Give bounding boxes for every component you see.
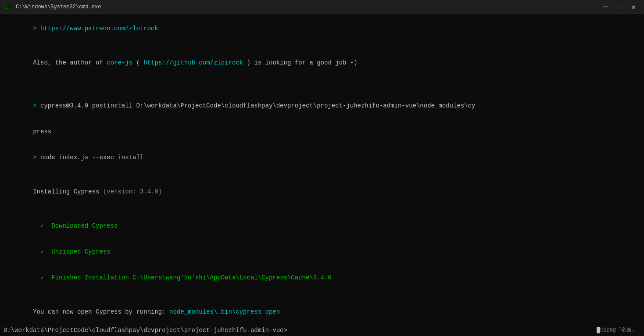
open-text: You can now open Cypress by running: — [33, 308, 169, 315]
line-empty-2 — [4, 76, 640, 85]
also-text: Also, — [33, 59, 55, 66]
terminal-body: > https://www.patreon.com/zloirock Also,… — [0, 14, 644, 324]
line-empty-5 — [4, 205, 640, 214]
line-author: Also, the author of core-js ( https://gi… — [4, 50, 640, 76]
is-looking-text: is looking for a good job -) — [254, 59, 357, 66]
line-open-cypress: You can now open Cypress by running: nod… — [4, 300, 640, 324]
core-js-text: core-js — [107, 59, 132, 66]
window-title: C:\Windows\System32\cmd.exe — [16, 4, 600, 10]
open-cmd: node_modules\.bin\cypress open — [169, 308, 280, 315]
patreon-url: > https://www.patreon.com/zloirock — [33, 25, 158, 32]
check3-text: ✓ Finished Installation C:\Users\wang'bo… — [33, 274, 332, 281]
press-text: press — [33, 128, 51, 135]
postinstall-text: cypress@3.4.0 postinstall D:\workdata\Pr… — [40, 102, 475, 109]
of-text: of — [96, 59, 107, 66]
line-empty-4 — [4, 171, 640, 179]
maximize-button[interactable]: ☐ — [614, 2, 625, 12]
cmd-window: C:\ C:\Windows\System32\cmd.exe — ☐ ✕ > … — [0, 0, 644, 336]
the-text: the — [55, 59, 70, 66]
cmd-icon: C:\ — [5, 4, 12, 11]
line-installing: Installing Cypress (version: 3.4.0) — [4, 179, 640, 205]
author-text: author — [70, 59, 96, 66]
check2-text: ✓ Unzipped Cypress — [33, 248, 110, 255]
github-url: https://github.com/zloirock — [143, 59, 243, 66]
check1-text: ✓ Downloaded Cypress — [33, 222, 118, 229]
line-press: press — [4, 119, 640, 145]
node-cmd-text: node index.js --exec install — [40, 154, 143, 161]
postinstall-prompt: > — [33, 102, 40, 109]
window-controls: — ☐ ✕ — [600, 2, 639, 12]
title-bar: C:\ C:\Windows\System32\cmd.exe — ☐ ✕ — [0, 0, 644, 14]
paren-close: ) — [243, 59, 254, 66]
line-postinstall: > cypress@3.4.0 postinstall D:\workdata\… — [4, 93, 640, 119]
line-patreon: > https://www.patreon.com/zloirock — [4, 16, 640, 42]
line-empty-1 — [4, 42, 640, 50]
line-empty-3 — [4, 85, 640, 93]
line-empty-6 — [4, 291, 640, 300]
terminal-content[interactable]: > https://www.patreon.com/zloirock Also,… — [0, 14, 644, 324]
line-finished: ✓ Finished Installation C:\Users\wang'bo… — [4, 265, 640, 291]
version-text: (version: 3.4.0) — [103, 188, 162, 195]
line-node-cmd: > node index.js --exec install — [4, 145, 640, 171]
status-bar: D:\workdata\ProjectCode\cloudflashpay\de… — [0, 324, 644, 336]
installing-text: Installing Cypress — [33, 188, 103, 195]
line-unzipped: ✓ Unzipped Cypress — [4, 239, 640, 265]
node-prompt: > — [33, 154, 40, 161]
paren-open: ( — [132, 59, 143, 66]
minimize-button[interactable]: — — [600, 2, 611, 12]
cursor — [597, 327, 600, 333]
status-path: D:\workdata\ProjectCode\cloudflashpay\de… — [4, 327, 597, 334]
close-button[interactable]: ✕ — [628, 2, 639, 12]
svg-text:C:\: C:\ — [6, 6, 12, 10]
line-downloaded: ✓ Downloaded Cypress — [4, 214, 640, 239]
watermark: CSDN@「帝逸」 — [600, 326, 637, 334]
